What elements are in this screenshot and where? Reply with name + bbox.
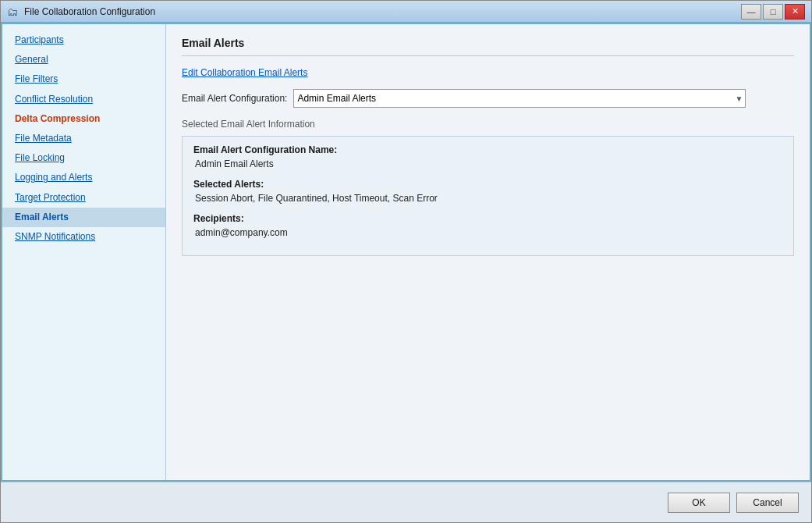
sidebar-item-file-metadata[interactable]: File Metadata bbox=[2, 129, 165, 148]
minimize-button[interactable]: — bbox=[741, 4, 761, 20]
sidebar-item-target-protection[interactable]: Target Protection bbox=[2, 188, 165, 208]
recipients-value: admin@company.com bbox=[195, 227, 782, 238]
sidebar: Participants General File Filters Confli… bbox=[2, 24, 166, 480]
title-bar-left: 🗂 File Collaboration Configuration bbox=[7, 5, 155, 18]
selected-alerts-block: Selected Alerts: Session Abort, File Qua… bbox=[193, 179, 782, 204]
window-icon: 🗂 bbox=[7, 5, 20, 18]
sidebar-item-file-filters[interactable]: File Filters bbox=[2, 69, 165, 89]
sidebar-item-general[interactable]: General bbox=[2, 50, 165, 69]
maximize-button[interactable]: □ bbox=[763, 4, 783, 20]
title-bar-controls: — □ ✕ bbox=[741, 4, 805, 20]
edit-collaboration-link[interactable]: Edit Collaboration Email Alerts bbox=[182, 67, 307, 78]
page-title: Email Alerts bbox=[182, 37, 794, 56]
sidebar-item-participants[interactable]: Participants bbox=[2, 30, 165, 50]
selected-alerts-value: Session Abort, File Quarantined, Host Ti… bbox=[195, 193, 782, 204]
sidebar-item-snmp-notifications[interactable]: SNMP Notifications bbox=[2, 227, 165, 247]
sidebar-item-conflict-resolution[interactable]: Conflict Resolution bbox=[2, 90, 165, 109]
config-name-value: Admin Email Alerts bbox=[195, 158, 782, 169]
close-button[interactable]: ✕ bbox=[785, 4, 805, 20]
selected-alerts-label: Selected Alerts: bbox=[193, 179, 782, 190]
main-window: 🗂 File Collaboration Configuration — □ ✕… bbox=[0, 0, 812, 523]
title-bar: 🗂 File Collaboration Configuration — □ ✕ bbox=[1, 1, 811, 23]
info-section-header: Selected Email Alert Information bbox=[182, 119, 794, 130]
cancel-button[interactable]: Cancel bbox=[736, 493, 799, 513]
config-name-label: Email Alert Configuration Name: bbox=[193, 144, 782, 155]
recipients-block: Recipients: admin@company.com bbox=[193, 213, 782, 238]
window-title: File Collaboration Configuration bbox=[24, 6, 155, 17]
config-row: Email Alert Configuration: Admin Email A… bbox=[182, 89, 794, 108]
config-select-wrapper: Admin Email Alerts Default Alerts ▼ bbox=[293, 89, 746, 108]
footer-bar: OK Cancel bbox=[1, 482, 811, 522]
recipients-label: Recipients: bbox=[193, 213, 782, 224]
content-area: Participants General File Filters Confli… bbox=[1, 23, 811, 482]
ok-button[interactable]: OK bbox=[668, 493, 730, 513]
info-section: Email Alert Configuration Name: Admin Em… bbox=[182, 136, 794, 256]
sidebar-item-logging-and-alerts[interactable]: Logging and Alerts bbox=[2, 168, 165, 187]
config-label: Email Alert Configuration: bbox=[182, 93, 287, 104]
config-name-block: Email Alert Configuration Name: Admin Em… bbox=[193, 144, 782, 169]
sidebar-item-email-alerts[interactable]: Email Alerts bbox=[2, 208, 165, 227]
config-select[interactable]: Admin Email Alerts Default Alerts bbox=[293, 89, 746, 108]
sidebar-item-file-locking[interactable]: File Locking bbox=[2, 148, 165, 168]
sidebar-item-delta-compression[interactable]: Delta Compression bbox=[2, 109, 165, 129]
main-panel: Email Alerts Edit Collaboration Email Al… bbox=[166, 24, 810, 480]
